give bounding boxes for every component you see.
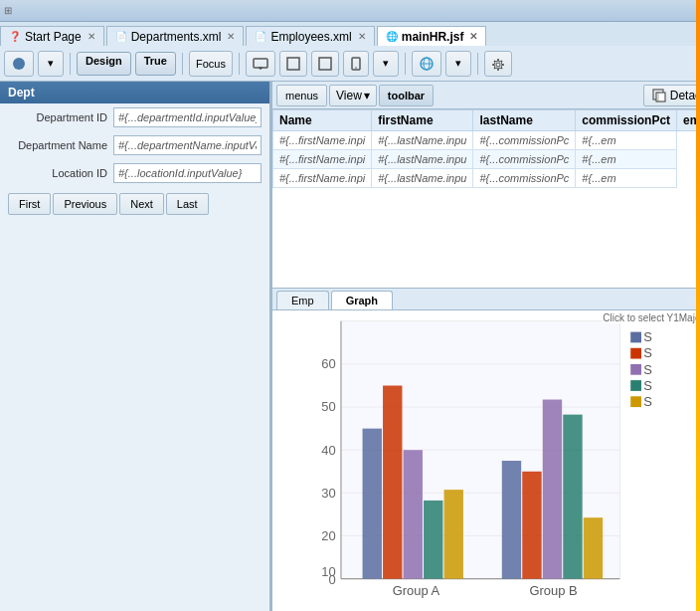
true-toggle[interactable]: True (135, 52, 176, 76)
svg-rect-34 (424, 501, 442, 579)
right-toolbar: menus View ▾ toolbar Detach (272, 82, 700, 109)
tab-close-main[interactable]: ✕ (469, 31, 477, 42)
panel-title: Dept (0, 82, 269, 103)
svg-rect-51 (630, 396, 641, 407)
nav-buttons: First Previous Next Last (0, 187, 269, 221)
right-panel: menus View ▾ toolbar Detach Name firstNa… (272, 82, 700, 611)
tab-start-page[interactable]: ❓ Start Page ✕ (0, 26, 104, 46)
start-page-icon: ❓ (9, 31, 21, 42)
tab-main-hr[interactable]: 🌐 mainHR.jsf ✕ (377, 26, 487, 46)
svg-rect-35 (444, 490, 463, 579)
monitor-btn[interactable] (246, 51, 275, 77)
cell-firstname-3: #{...lastName.inpu (372, 169, 473, 188)
svg-text:30: 30 (321, 486, 335, 501)
svg-text:0: 0 (328, 572, 335, 587)
svg-text:S: S (643, 345, 652, 360)
square-btn1[interactable] (279, 51, 307, 77)
toolbar-nav-btn[interactable] (4, 51, 34, 77)
last-button[interactable]: Last (166, 193, 209, 215)
tab-close-dept[interactable]: ✕ (227, 31, 235, 42)
cell-firstname-2: #{...lastName.inpu (372, 150, 473, 169)
emp-xml-icon: 📄 (255, 31, 266, 42)
svg-rect-40 (584, 517, 603, 578)
svg-text:50: 50 (321, 399, 335, 414)
svg-point-11 (496, 63, 500, 67)
tab-graph[interactable]: Graph (331, 291, 393, 309)
orange-accent-bar (696, 0, 700, 611)
svg-text:60: 60 (321, 356, 335, 371)
bottom-tabs: Emp Graph (272, 289, 700, 310)
col-name: Name (273, 110, 372, 131)
square-btn2[interactable] (311, 51, 339, 77)
svg-text:40: 40 (321, 443, 335, 458)
next-button[interactable]: Next (119, 193, 164, 215)
svg-rect-39 (563, 415, 582, 579)
main-jsf-icon: 🌐 (386, 31, 398, 42)
chart-area[interactable]: Click to select Y1MajorTic 60 50 40 30 2… (272, 310, 700, 611)
dropdown-arrow-btn[interactable]: ▾ (373, 51, 399, 77)
view-dropdown-arrow: ▾ (364, 89, 370, 102)
dept-xml-icon: 📄 (115, 31, 127, 42)
svg-rect-1 (254, 59, 267, 68)
dropdown-globe-btn[interactable]: ▾ (445, 51, 471, 77)
cell-commission-3: #{...em (576, 169, 677, 188)
tab-emp[interactable]: Emp (276, 291, 329, 309)
cell-lastname-3: #{...commissionPc (473, 169, 576, 188)
dept-name-row: Department Name (0, 131, 269, 159)
toolbar-label-btn[interactable]: toolbar (379, 85, 434, 106)
title-bar: ⊞ (0, 0, 700, 22)
svg-rect-36 (502, 461, 521, 579)
svg-rect-13 (656, 93, 665, 102)
detach-icon (652, 89, 666, 102)
detach-btn[interactable]: Detach (643, 85, 700, 106)
menus-btn[interactable]: menus (276, 85, 327, 106)
toolbar-dropdown-btn[interactable]: ▾ (38, 51, 64, 77)
svg-text:20: 20 (321, 528, 335, 543)
tab-close-emp[interactable]: ✕ (358, 31, 366, 42)
svg-text:S: S (643, 378, 652, 393)
tab-departments[interactable]: 📄 Departments.xml ✕ (106, 26, 245, 46)
col-commission: commissionPct (576, 110, 677, 131)
cell-name-3: #{...firstName.inpi (273, 169, 372, 188)
cell-firstname-1: #{...lastName.inpu (372, 131, 473, 150)
toolbar-sep-2 (182, 53, 183, 75)
dept-id-input[interactable] (113, 107, 262, 127)
table-area[interactable]: Name firstName lastName commissionPct em… (272, 109, 700, 289)
svg-rect-33 (404, 450, 423, 578)
tab-employees[interactable]: 📄 Employees.xml ✕ (246, 26, 374, 46)
svg-text:S: S (643, 394, 652, 409)
svg-text:S: S (643, 329, 652, 344)
employees-table: Name firstName lastName commissionPct em… (272, 109, 700, 188)
cell-lastname-1: #{...commissionPc (473, 131, 576, 150)
svg-point-0 (13, 58, 25, 70)
view-dropdown[interactable]: View ▾ (329, 85, 377, 106)
dept-name-input[interactable] (113, 135, 262, 155)
main-layout: Dept Department ID Department Name Locat… (0, 82, 700, 611)
window-icon: ⊞ (4, 5, 12, 16)
focus-btn[interactable]: Focus (189, 51, 233, 77)
previous-button[interactable]: Previous (53, 193, 117, 215)
cell-lastname-2: #{...commissionPc (473, 150, 576, 169)
svg-text:S: S (643, 362, 652, 377)
svg-rect-38 (543, 400, 562, 579)
dept-id-label: Department ID (8, 111, 107, 123)
settings-btn[interactable] (484, 51, 512, 77)
loc-id-label: Location ID (8, 167, 107, 179)
globe-btn[interactable] (412, 51, 441, 77)
cell-commission-2: #{...em (576, 150, 677, 169)
left-panel: Dept Department ID Department Name Locat… (0, 82, 270, 611)
svg-rect-5 (319, 58, 331, 70)
toolbar-sep-3 (239, 53, 240, 75)
bar-chart: 60 50 40 30 20 10 0 (272, 310, 700, 611)
cell-name-1: #{...firstName.inpi (273, 131, 372, 150)
table-row: #{...firstName.inpi #{...lastName.inpu #… (273, 150, 701, 169)
mobile-btn[interactable] (343, 51, 369, 77)
svg-rect-43 (630, 332, 641, 343)
svg-point-7 (355, 67, 357, 69)
loc-id-input[interactable] (113, 163, 262, 183)
chart-note: Click to select Y1MajorTic (603, 312, 700, 323)
design-toggle[interactable]: Design (77, 52, 131, 76)
tab-close-start[interactable]: ✕ (88, 31, 95, 42)
cell-commission-1: #{...em (576, 131, 677, 150)
first-button[interactable]: First (8, 193, 51, 215)
